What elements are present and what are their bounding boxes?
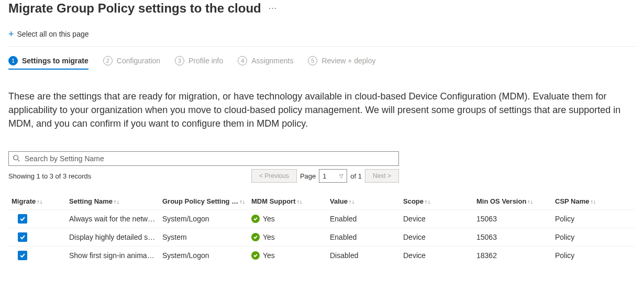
sort-icon: ↑↓ bbox=[37, 198, 42, 205]
min-os-cell: 15063 bbox=[473, 228, 552, 247]
page-value: 1 bbox=[323, 172, 326, 180]
pager: < Previous Page 1 ▽ of 1 Next > bbox=[251, 169, 399, 183]
gp-path-cell: System/Logon bbox=[159, 210, 248, 228]
csp-cell: Policy bbox=[552, 228, 636, 247]
check-circle-icon bbox=[251, 233, 260, 241]
step-profile-info[interactable]: 3 Profile info bbox=[175, 56, 223, 70]
sort-icon: ↑↓ bbox=[239, 198, 245, 205]
check-circle-icon bbox=[251, 215, 260, 223]
step-number-icon: 5 bbox=[308, 56, 317, 65]
gp-path-cell: System bbox=[159, 228, 248, 247]
table-row: Display highly detailed stat…SystemYesEn… bbox=[8, 228, 636, 247]
migrate-checkbox[interactable] bbox=[18, 232, 27, 242]
col-header-gp-path[interactable]: Group Policy Setting …↑↓ bbox=[159, 193, 248, 210]
step-number-icon: 1 bbox=[8, 56, 18, 65]
col-header-csp[interactable]: CSP Name↑↓ bbox=[552, 193, 636, 210]
check-circle-icon bbox=[251, 251, 260, 260]
mdm-support-cell: Yes bbox=[248, 228, 327, 247]
sort-icon: ↑↓ bbox=[425, 198, 430, 205]
col-header-migrate[interactable]: Migrate↑↓ bbox=[8, 193, 66, 210]
csp-cell: Policy bbox=[552, 247, 636, 265]
step-assignments[interactable]: 4 Assignments bbox=[238, 56, 293, 70]
min-os-cell: 15063 bbox=[473, 210, 552, 228]
wizard-steps: 1 Settings to migrate 2 Configuration 3 … bbox=[8, 47, 636, 75]
chevron-down-icon: ▽ bbox=[339, 173, 343, 179]
step-label: Settings to migrate bbox=[22, 57, 88, 65]
svg-line-1 bbox=[18, 160, 20, 162]
col-header-scope[interactable]: Scope↑↓ bbox=[400, 193, 473, 210]
search-input[interactable] bbox=[8, 151, 399, 166]
search-icon bbox=[13, 154, 20, 162]
step-review-deploy[interactable]: 5 Review + deploy bbox=[308, 56, 375, 70]
step-label: Configuration bbox=[117, 57, 160, 65]
step-settings-to-migrate[interactable]: 1 Settings to migrate bbox=[8, 56, 88, 70]
step-label: Review + deploy bbox=[321, 57, 375, 65]
sort-icon: ↑↓ bbox=[114, 198, 119, 205]
value-cell: Enabled bbox=[327, 228, 400, 247]
step-number-icon: 3 bbox=[175, 56, 184, 65]
sort-icon: ↑↓ bbox=[296, 198, 302, 205]
col-header-mdm-support[interactable]: MDM Support↑↓ bbox=[248, 193, 327, 210]
scope-cell: Device bbox=[400, 210, 473, 228]
setting-name-cell: Show first sign-in animation bbox=[66, 247, 159, 265]
migrate-checkbox[interactable] bbox=[18, 251, 27, 260]
col-header-min-os[interactable]: Min OS Version↑↓ bbox=[473, 193, 552, 210]
gp-path-cell: System/Logon bbox=[159, 247, 248, 265]
min-os-cell: 18362 bbox=[473, 247, 552, 265]
sort-icon: ↑↓ bbox=[591, 198, 596, 205]
sort-icon: ↑↓ bbox=[527, 198, 533, 205]
migrate-cell bbox=[8, 210, 66, 228]
records-count: Showing 1 to 3 of 3 records bbox=[8, 172, 251, 180]
csp-cell: Policy bbox=[552, 210, 636, 228]
migrate-cell bbox=[8, 247, 66, 265]
migrate-checkbox[interactable] bbox=[18, 214, 27, 224]
plus-icon: + bbox=[8, 29, 14, 39]
col-header-setting-name[interactable]: Setting Name↑↓ bbox=[66, 193, 159, 210]
select-all-button[interactable]: + Select all on this page bbox=[8, 29, 636, 46]
more-actions-button[interactable]: ··· bbox=[269, 4, 277, 13]
horizontal-scrollbar[interactable] bbox=[8, 270, 636, 277]
table-row: Show first sign-in animationSystem/Logon… bbox=[8, 247, 636, 265]
svg-point-0 bbox=[14, 155, 18, 160]
mdm-support-cell: Yes bbox=[248, 210, 327, 228]
mdm-support-cell: Yes bbox=[248, 247, 327, 265]
col-header-value[interactable]: Value↑↓ bbox=[327, 193, 400, 210]
step-label: Assignments bbox=[251, 57, 293, 65]
value-cell: Enabled bbox=[327, 210, 400, 228]
settings-table: Migrate↑↓ Setting Name↑↓ Group Policy Se… bbox=[8, 193, 636, 264]
page-of-text: of 1 bbox=[350, 172, 362, 180]
intro-text: These are the settings that are ready fo… bbox=[8, 90, 634, 130]
page-title: Migrate Group Policy settings to the clo… bbox=[8, 1, 261, 16]
step-configuration[interactable]: 2 Configuration bbox=[103, 56, 160, 70]
page-label: Page bbox=[300, 172, 316, 180]
step-number-icon: 2 bbox=[103, 56, 113, 65]
next-page-button[interactable]: Next > bbox=[365, 169, 399, 183]
migrate-cell bbox=[8, 228, 66, 247]
setting-name-cell: Display highly detailed stat… bbox=[66, 228, 159, 247]
page-select[interactable]: 1 ▽ bbox=[319, 169, 347, 183]
scope-cell: Device bbox=[400, 247, 473, 265]
setting-name-cell: Always wait for the networ… bbox=[66, 210, 159, 228]
select-all-label: Select all on this page bbox=[17, 30, 89, 38]
scope-cell: Device bbox=[400, 228, 473, 247]
prev-page-button[interactable]: < Previous bbox=[251, 169, 297, 183]
table-row: Always wait for the networ…System/LogonY… bbox=[8, 210, 636, 228]
value-cell: Disabled bbox=[327, 247, 400, 265]
step-label: Profile info bbox=[188, 57, 223, 65]
sort-icon: ↑↓ bbox=[349, 198, 354, 205]
step-number-icon: 4 bbox=[238, 56, 247, 65]
